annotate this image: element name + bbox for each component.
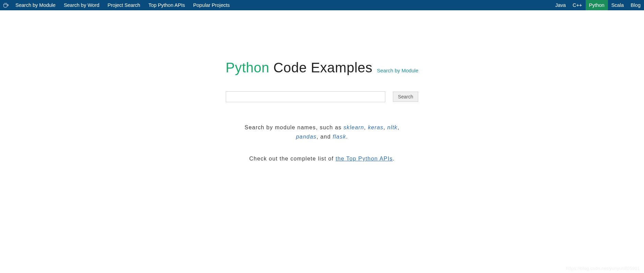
page-title-row: Python Code Examples Search by Module <box>226 60 419 75</box>
coffee-cup-icon <box>1 0 11 10</box>
nav-popular-projects[interactable]: Popular Projects <box>189 0 234 10</box>
lang-cpp[interactable]: C++ <box>569 0 585 10</box>
watermark-text: https://blog.csdn.net/yunyun805901 <box>566 266 640 271</box>
hint-link-nltk[interactable]: nltk <box>387 124 398 130</box>
title-sublink-search-by-module[interactable]: Search by Module <box>377 68 419 73</box>
nav-project-search[interactable]: Project Search <box>104 0 144 10</box>
search-row: Search <box>226 91 418 102</box>
nav-search-by-module[interactable]: Search by Module <box>11 0 60 10</box>
lang-scala[interactable]: Scala <box>608 0 627 10</box>
hint-link-flask[interactable]: flask <box>333 134 346 140</box>
hint-link-pandas[interactable]: pandas <box>296 134 317 140</box>
title-first-word: Python <box>226 60 270 75</box>
lang-python[interactable]: Python <box>586 0 608 10</box>
hint-prefix: Search by module names, such as <box>245 124 343 130</box>
main-content: Python Code Examples Search by Module Se… <box>0 10 644 162</box>
lang-blog[interactable]: Blog <box>627 0 644 10</box>
search-button[interactable]: Search <box>393 92 418 102</box>
apis-link[interactable]: the Top Python APIs <box>336 156 393 162</box>
apis-prefix: Check out the complete list of <box>249 156 336 162</box>
nav-top-python-apis[interactable]: Top Python APIs <box>144 0 189 10</box>
navbar-left: Search by Module Search by Word Project … <box>0 0 234 10</box>
hint-link-keras[interactable]: keras <box>368 124 383 130</box>
hint-link-sklearn[interactable]: sklearn <box>343 124 364 130</box>
title-rest: Code Examples <box>273 60 373 75</box>
hint-text: Search by module names, such as sklearn,… <box>233 123 411 141</box>
apis-text: Check out the complete list of the Top P… <box>249 156 395 162</box>
search-input[interactable] <box>226 91 385 102</box>
lang-java[interactable]: Java <box>552 0 569 10</box>
page-title: Python Code Examples <box>226 60 373 75</box>
top-navbar: Search by Module Search by Word Project … <box>0 0 644 10</box>
nav-search-by-word[interactable]: Search by Word <box>60 0 104 10</box>
navbar-right: Java C++ Python Scala Blog <box>552 0 644 10</box>
